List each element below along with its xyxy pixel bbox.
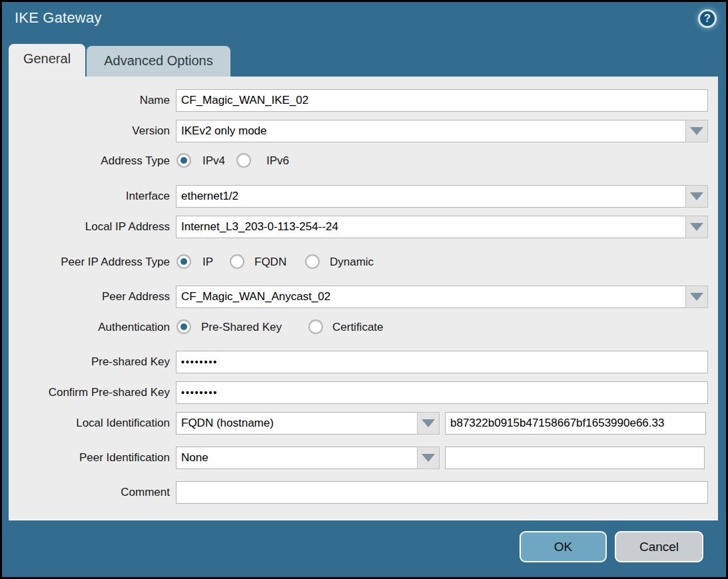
peer-address-row: Peer Address [9,286,718,308]
radio-peer-fqdn[interactable] [230,254,244,269]
dialog-title: IKE Gateway [15,9,102,27]
ok-button-label: OK [554,540,572,554]
radio-peer-ip-label: IP [202,253,213,271]
ok-button[interactable]: OK [520,531,607,562]
local-ip-address-dropdown-button[interactable] [685,216,708,238]
radio-pre-shared-key-label: Pre-Shared Key [201,318,282,336]
peer-address-input[interactable] [176,286,686,308]
authentication-label: Authentication [9,318,170,336]
radio-certificate[interactable] [308,319,323,334]
pre-shared-key-row: Pre-shared Key [9,351,718,373]
chevron-down-icon [690,127,703,135]
local-identification-dropdown-button[interactable] [417,412,440,435]
version-label: Version [9,120,170,142]
peer-identification-label: Peer Identification [9,447,170,469]
radio-ipv6-label: IPv6 [266,152,289,170]
address-type-row: Address Type IPv4 IPv6 [9,152,718,170]
local-ip-address-input[interactable] [176,216,686,238]
tab-general[interactable]: General [9,44,85,80]
comment-input[interactable] [176,481,708,504]
address-type-label: Address Type [9,152,170,170]
version-input[interactable] [176,120,686,142]
chevron-down-icon [690,293,703,301]
interface-dropdown-button[interactable] [685,185,708,208]
chevron-down-icon [422,419,435,427]
comment-label: Comment [9,481,170,504]
confirm-pre-shared-key-row: Confirm Pre-shared Key [9,381,718,404]
peer-address-label: Peer Address [9,286,170,308]
radio-certificate-label: Certificate [332,318,384,336]
ike-gateway-dialog: IKE Gateway ? General Advanced Options N… [0,0,728,579]
help-icon[interactable]: ? [698,9,717,28]
peer-ip-address-type-label: Peer IP Address Type [9,253,170,271]
peer-ip-address-type-row: Peer IP Address Type IP FQDN Dynamic [9,253,718,271]
name-input[interactable] [176,89,708,112]
general-tab-panel: Name Version Address Type IPv4 IPv6 Inte… [9,77,718,520]
name-row: Name [9,89,718,112]
pre-shared-key-label: Pre-shared Key [9,351,170,373]
local-identification-row: Local Identification [9,412,718,435]
local-ip-address-label: Local IP Address [9,216,170,238]
interface-label: Interface [9,185,170,208]
radio-ipv4[interactable] [177,153,191,168]
peer-identification-value-input[interactable] [445,447,705,469]
comment-row: Comment [9,481,718,504]
pre-shared-key-input[interactable] [176,351,708,373]
radio-ipv6[interactable] [236,153,251,168]
peer-identification-row: Peer Identification [9,447,718,469]
chevron-down-icon [690,223,703,231]
interface-row: Interface [9,185,718,208]
radio-peer-dynamic[interactable] [305,254,320,269]
local-ip-address-row: Local IP Address [9,216,718,238]
radio-pre-shared-key[interactable] [177,319,191,334]
radio-peer-fqdn-label: FQDN [254,253,286,271]
local-identification-value-input[interactable] [445,412,706,435]
peer-identification-dropdown-button[interactable] [417,447,440,469]
confirm-pre-shared-key-input[interactable] [176,381,708,404]
tab-advanced-options-label: Advanced Options [104,53,212,69]
chevron-down-icon [422,454,435,462]
radio-ipv4-label: IPv4 [202,152,225,170]
peer-address-dropdown-button[interactable] [685,286,708,308]
local-identification-type-input[interactable] [176,412,418,435]
radio-peer-ip[interactable] [177,254,191,269]
authentication-row: Authentication Pre-Shared Key Certificat… [9,318,718,336]
cancel-button-label: Cancel [639,540,679,554]
version-row: Version [9,120,718,142]
radio-peer-dynamic-label: Dynamic [330,253,374,271]
local-identification-label: Local Identification [9,412,170,435]
confirm-pre-shared-key-label: Confirm Pre-shared Key [9,381,170,404]
tab-general-label: General [23,51,71,67]
peer-identification-type-input[interactable] [176,447,418,469]
interface-input[interactable] [176,185,686,208]
name-label: Name [9,89,170,112]
chevron-down-icon [690,192,703,200]
version-dropdown-button[interactable] [685,120,708,142]
cancel-button[interactable]: Cancel [615,531,703,562]
